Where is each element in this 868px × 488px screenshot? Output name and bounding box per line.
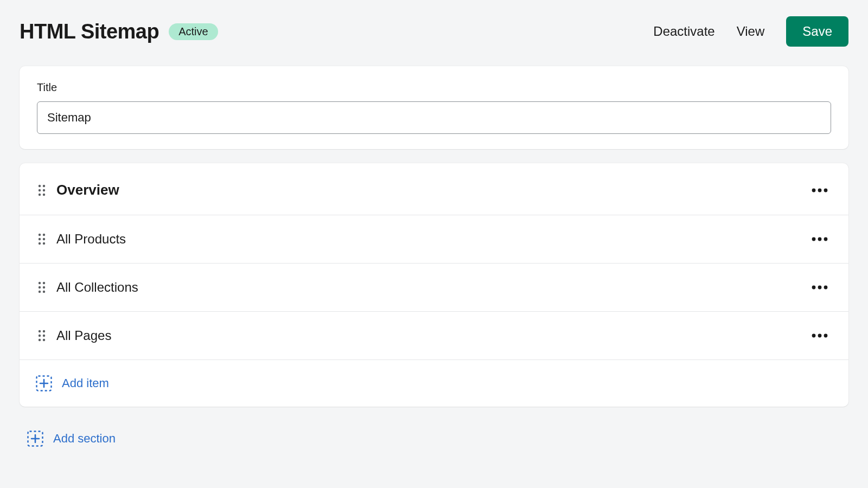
svg-point-10 (43, 234, 45, 236)
svg-point-27 (39, 330, 41, 332)
svg-point-22 (39, 291, 41, 293)
title-input[interactable] (37, 101, 831, 134)
page-title: HTML Sitemap (20, 20, 159, 43)
more-button[interactable] (809, 331, 830, 340)
svg-point-32 (43, 339, 45, 341)
svg-point-26 (824, 286, 828, 290)
svg-point-16 (818, 237, 822, 241)
svg-point-15 (812, 237, 816, 241)
svg-point-31 (39, 339, 41, 341)
svg-point-5 (43, 193, 45, 195)
add-section-button[interactable]: Add section (20, 421, 848, 447)
section-item: All Pages (20, 312, 848, 360)
drag-handle-icon[interactable] (38, 281, 46, 293)
add-item-button[interactable]: Add item (20, 360, 848, 407)
more-icon (812, 333, 828, 338)
svg-point-9 (39, 234, 41, 236)
header-actions: Deactivate View Save (653, 16, 848, 47)
add-section-label: Add section (53, 432, 116, 446)
svg-point-13 (39, 242, 41, 245)
svg-point-25 (818, 286, 822, 290)
section-item: All Collections (20, 264, 848, 312)
section-item: All Products (20, 215, 848, 264)
drag-handle-icon[interactable] (38, 330, 46, 342)
svg-point-21 (43, 286, 45, 288)
svg-point-20 (39, 286, 41, 288)
svg-point-12 (43, 238, 45, 240)
svg-point-7 (818, 188, 822, 192)
svg-point-0 (39, 184, 41, 187)
svg-point-34 (818, 334, 822, 338)
page-header: HTML Sitemap Active Deactivate View Save (20, 16, 848, 47)
deactivate-button[interactable]: Deactivate (653, 24, 714, 39)
svg-point-14 (43, 242, 45, 245)
add-dashed-plus-icon (36, 375, 52, 391)
svg-point-35 (824, 334, 828, 338)
more-button[interactable] (809, 235, 830, 243)
title-card: Title (20, 66, 848, 149)
svg-point-11 (39, 238, 41, 240)
svg-point-24 (812, 286, 816, 290)
svg-point-2 (39, 189, 41, 191)
sections-card: Overview All Products All Collections Al… (20, 163, 848, 407)
more-button[interactable] (809, 283, 830, 292)
section-item-label: All Pages (56, 328, 809, 343)
status-badge: Active (169, 23, 218, 40)
title-label: Title (37, 81, 831, 94)
svg-point-1 (43, 184, 45, 187)
section-item-label: All Products (56, 232, 809, 247)
view-button[interactable]: View (737, 24, 765, 39)
svg-point-19 (43, 282, 45, 284)
svg-point-8 (824, 188, 828, 192)
svg-point-18 (39, 282, 41, 284)
svg-point-30 (43, 335, 45, 337)
add-dashed-plus-icon (27, 431, 43, 447)
svg-point-4 (39, 193, 41, 195)
svg-point-28 (43, 330, 45, 332)
more-icon (812, 188, 828, 192)
drag-handle-icon[interactable] (38, 184, 46, 196)
save-button[interactable]: Save (786, 16, 848, 47)
section-title-overview: Overview (56, 182, 809, 198)
svg-point-23 (43, 291, 45, 293)
svg-point-6 (812, 188, 816, 192)
drag-handle-icon[interactable] (38, 233, 46, 245)
more-icon (812, 237, 828, 241)
section-item-label: All Collections (56, 280, 809, 295)
more-icon (812, 285, 828, 290)
section-overview: Overview (20, 163, 848, 215)
more-button[interactable] (809, 186, 830, 195)
svg-point-29 (39, 335, 41, 337)
header-left: HTML Sitemap Active (20, 20, 218, 43)
add-item-label: Add item (62, 376, 109, 390)
svg-point-3 (43, 189, 45, 191)
svg-point-33 (812, 334, 816, 338)
svg-point-17 (824, 237, 828, 241)
